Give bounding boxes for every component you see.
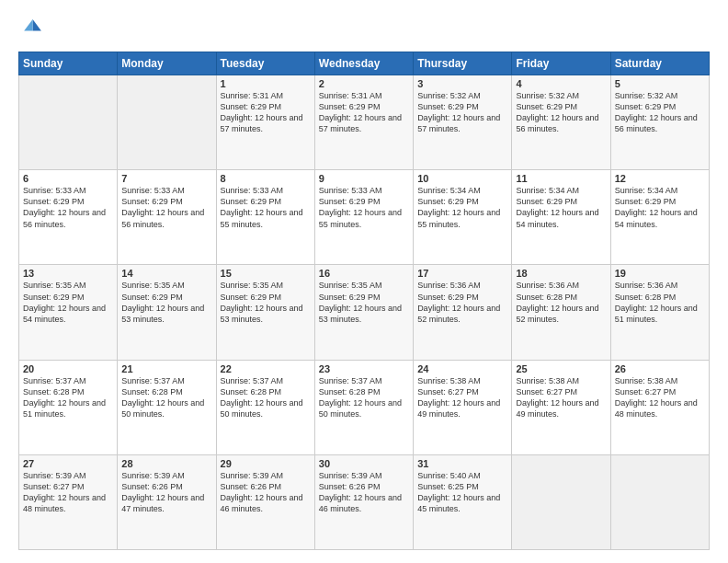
calendar-cell: 4Sunrise: 5:32 AM Sunset: 6:29 PM Daylig…: [512, 75, 610, 170]
day-info: Sunrise: 5:33 AM Sunset: 6:29 PM Dayligh…: [221, 185, 311, 230]
calendar-cell: 1Sunrise: 5:31 AM Sunset: 6:29 PM Daylig…: [216, 75, 314, 170]
logo: [18, 17, 48, 42]
calendar-table: SundayMondayTuesdayWednesdayThursdayFrid…: [18, 52, 710, 550]
calendar-cell: 2Sunrise: 5:31 AM Sunset: 6:29 PM Daylig…: [314, 75, 413, 170]
day-number: 5: [615, 78, 705, 89]
day-number: 13: [23, 268, 113, 279]
day-number: 18: [516, 268, 606, 279]
calendar-week-2: 6Sunrise: 5:33 AM Sunset: 6:29 PM Daylig…: [19, 170, 710, 265]
calendar-header-monday: Monday: [118, 52, 216, 75]
calendar-cell: 15Sunrise: 5:35 AM Sunset: 6:29 PM Dayli…: [216, 265, 314, 360]
day-number: 29: [221, 458, 311, 469]
calendar-week-5: 27Sunrise: 5:39 AM Sunset: 6:27 PM Dayli…: [19, 454, 710, 549]
calendar-cell: [610, 454, 709, 549]
logo-icon: [18, 17, 44, 42]
calendar-header-friday: Friday: [512, 52, 610, 75]
page: SundayMondayTuesdayWednesdayThursdayFrid…: [0, 0, 728, 563]
day-info: Sunrise: 5:37 AM Sunset: 6:28 PM Dayligh…: [121, 375, 211, 420]
calendar-header-tuesday: Tuesday: [216, 52, 314, 75]
calendar-cell: 11Sunrise: 5:34 AM Sunset: 6:29 PM Dayli…: [512, 170, 610, 265]
calendar-cell: 7Sunrise: 5:33 AM Sunset: 6:29 PM Daylig…: [118, 170, 216, 265]
calendar-cell: [512, 454, 610, 549]
day-number: 27: [23, 458, 113, 469]
day-info: Sunrise: 5:37 AM Sunset: 6:28 PM Dayligh…: [23, 375, 113, 420]
day-number: 30: [319, 458, 409, 469]
day-info: Sunrise: 5:32 AM Sunset: 6:29 PM Dayligh…: [615, 90, 705, 135]
calendar-cell: 12Sunrise: 5:34 AM Sunset: 6:29 PM Dayli…: [610, 170, 709, 265]
day-number: 7: [121, 173, 211, 184]
calendar-cell: [118, 75, 216, 170]
day-info: Sunrise: 5:35 AM Sunset: 6:29 PM Dayligh…: [121, 280, 211, 325]
day-number: 16: [319, 268, 409, 279]
calendar-cell: 29Sunrise: 5:39 AM Sunset: 6:26 PM Dayli…: [216, 454, 314, 549]
day-info: Sunrise: 5:36 AM Sunset: 6:29 PM Dayligh…: [417, 280, 507, 325]
calendar-cell: 31Sunrise: 5:40 AM Sunset: 6:25 PM Dayli…: [414, 454, 512, 549]
day-info: Sunrise: 5:38 AM Sunset: 6:27 PM Dayligh…: [615, 375, 705, 420]
day-info: Sunrise: 5:32 AM Sunset: 6:29 PM Dayligh…: [417, 90, 507, 135]
day-info: Sunrise: 5:33 AM Sunset: 6:29 PM Dayligh…: [121, 185, 211, 230]
calendar-header-thursday: Thursday: [414, 52, 512, 75]
calendar-cell: 8Sunrise: 5:33 AM Sunset: 6:29 PM Daylig…: [216, 170, 314, 265]
calendar-week-1: 1Sunrise: 5:31 AM Sunset: 6:29 PM Daylig…: [19, 75, 710, 170]
day-info: Sunrise: 5:35 AM Sunset: 6:29 PM Dayligh…: [319, 280, 409, 325]
day-info: Sunrise: 5:39 AM Sunset: 6:26 PM Dayligh…: [319, 470, 409, 515]
day-number: 28: [121, 458, 211, 469]
day-number: 20: [23, 363, 113, 374]
day-number: 8: [221, 173, 311, 184]
day-number: 31: [417, 458, 507, 469]
calendar-cell: 3Sunrise: 5:32 AM Sunset: 6:29 PM Daylig…: [414, 75, 512, 170]
svg-marker-1: [24, 19, 32, 30]
day-number: 2: [319, 78, 409, 89]
day-info: Sunrise: 5:32 AM Sunset: 6:29 PM Dayligh…: [516, 90, 606, 135]
calendar-cell: 19Sunrise: 5:36 AM Sunset: 6:28 PM Dayli…: [610, 265, 709, 360]
calendar-week-4: 20Sunrise: 5:37 AM Sunset: 6:28 PM Dayli…: [19, 360, 710, 454]
day-info: Sunrise: 5:37 AM Sunset: 6:28 PM Dayligh…: [319, 375, 409, 420]
day-info: Sunrise: 5:33 AM Sunset: 6:29 PM Dayligh…: [23, 185, 113, 230]
header: [18, 17, 710, 42]
day-number: 17: [417, 268, 507, 279]
day-info: Sunrise: 5:31 AM Sunset: 6:29 PM Dayligh…: [221, 90, 311, 135]
day-info: Sunrise: 5:39 AM Sunset: 6:26 PM Dayligh…: [121, 470, 211, 515]
calendar-cell: 5Sunrise: 5:32 AM Sunset: 6:29 PM Daylig…: [610, 75, 709, 170]
calendar-header-saturday: Saturday: [610, 52, 709, 75]
day-number: 21: [121, 363, 211, 374]
day-number: 10: [417, 173, 507, 184]
calendar-cell: 27Sunrise: 5:39 AM Sunset: 6:27 PM Dayli…: [19, 454, 118, 549]
day-number: 25: [516, 363, 606, 374]
calendar-cell: 18Sunrise: 5:36 AM Sunset: 6:28 PM Dayli…: [512, 265, 610, 360]
day-info: Sunrise: 5:37 AM Sunset: 6:28 PM Dayligh…: [221, 375, 311, 420]
day-number: 12: [615, 173, 705, 184]
calendar-cell: 14Sunrise: 5:35 AM Sunset: 6:29 PM Dayli…: [118, 265, 216, 360]
day-number: 6: [23, 173, 113, 184]
day-info: Sunrise: 5:31 AM Sunset: 6:29 PM Dayligh…: [319, 90, 409, 135]
calendar-cell: 26Sunrise: 5:38 AM Sunset: 6:27 PM Dayli…: [610, 360, 709, 454]
day-number: 23: [319, 363, 409, 374]
calendar-cell: 16Sunrise: 5:35 AM Sunset: 6:29 PM Dayli…: [314, 265, 413, 360]
calendar-cell: 9Sunrise: 5:33 AM Sunset: 6:29 PM Daylig…: [314, 170, 413, 265]
svg-marker-0: [33, 19, 41, 30]
day-info: Sunrise: 5:38 AM Sunset: 6:27 PM Dayligh…: [516, 375, 606, 420]
day-info: Sunrise: 5:34 AM Sunset: 6:29 PM Dayligh…: [516, 185, 606, 230]
day-info: Sunrise: 5:35 AM Sunset: 6:29 PM Dayligh…: [23, 280, 113, 325]
calendar-cell: 22Sunrise: 5:37 AM Sunset: 6:28 PM Dayli…: [216, 360, 314, 454]
calendar-week-3: 13Sunrise: 5:35 AM Sunset: 6:29 PM Dayli…: [19, 265, 710, 360]
day-info: Sunrise: 5:35 AM Sunset: 6:29 PM Dayligh…: [221, 280, 311, 325]
day-number: 22: [221, 363, 311, 374]
calendar-cell: 21Sunrise: 5:37 AM Sunset: 6:28 PM Dayli…: [118, 360, 216, 454]
day-number: 24: [417, 363, 507, 374]
calendar-cell: 13Sunrise: 5:35 AM Sunset: 6:29 PM Dayli…: [19, 265, 118, 360]
calendar-header-wednesday: Wednesday: [314, 52, 413, 75]
calendar-cell: 23Sunrise: 5:37 AM Sunset: 6:28 PM Dayli…: [314, 360, 413, 454]
day-number: 15: [221, 268, 311, 279]
day-number: 4: [516, 78, 606, 89]
day-number: 9: [319, 173, 409, 184]
calendar-cell: 6Sunrise: 5:33 AM Sunset: 6:29 PM Daylig…: [19, 170, 118, 265]
calendar-cell: 10Sunrise: 5:34 AM Sunset: 6:29 PM Dayli…: [414, 170, 512, 265]
day-number: 3: [417, 78, 507, 89]
day-number: 26: [615, 363, 705, 374]
calendar-cell: 30Sunrise: 5:39 AM Sunset: 6:26 PM Dayli…: [314, 454, 413, 549]
day-info: Sunrise: 5:36 AM Sunset: 6:28 PM Dayligh…: [516, 280, 606, 325]
day-info: Sunrise: 5:33 AM Sunset: 6:29 PM Dayligh…: [319, 185, 409, 230]
day-info: Sunrise: 5:40 AM Sunset: 6:25 PM Dayligh…: [417, 470, 507, 515]
day-number: 11: [516, 173, 606, 184]
